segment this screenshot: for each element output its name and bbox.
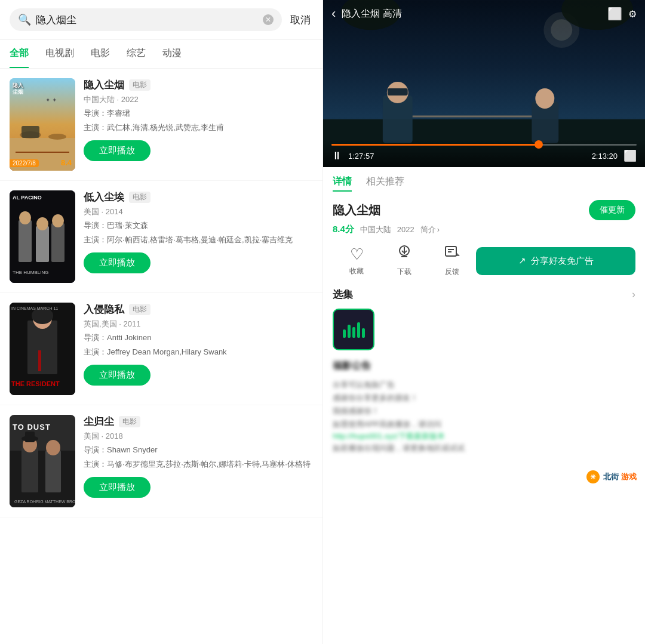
movie-type-badge: 电影 bbox=[129, 304, 150, 315]
tab-movie[interactable]: 电影 bbox=[91, 40, 110, 68]
play-button-3[interactable]: 立即播放 bbox=[84, 365, 150, 386]
movie-title-row: 低入尘埃 电影 bbox=[84, 190, 313, 204]
share-ad-label: 分享好友免广告 bbox=[531, 255, 594, 267]
movie-meta: 美国 · 2014 bbox=[84, 207, 313, 217]
share-icon: ↗ bbox=[518, 255, 526, 266]
movie-poster: THE RESIDENT IN CINEMAS MARCH 11 bbox=[10, 303, 75, 395]
list-item: THE HUMBLING AL PACINO 低入尘埃 电影 美国 · 2014… bbox=[0, 181, 322, 293]
action-feedback[interactable]: 反馈 bbox=[428, 245, 476, 277]
play-button-4[interactable]: 立即播放 bbox=[84, 477, 150, 498]
download-label: 下载 bbox=[397, 267, 411, 277]
svg-rect-30 bbox=[25, 432, 35, 442]
action-download[interactable]: 下载 bbox=[380, 245, 428, 277]
movie-director: 导演：Shawn Snyder bbox=[84, 444, 313, 456]
search-input[interactable] bbox=[36, 14, 258, 26]
svg-text:AL PACINO: AL PACINO bbox=[13, 195, 42, 201]
movie-poster: ✦ ✦ 隐入 尘烟 2022/7/8 8.4 bbox=[10, 78, 75, 171]
movie-title: 入侵隐私 bbox=[84, 303, 124, 316]
airplay-icon[interactable]: ⬜ bbox=[607, 7, 622, 21]
movie-cast: 主演：武仁林,海清,杨光锐,武赞志,李生甫 bbox=[84, 122, 313, 134]
movie-cast: 主演：马修·布罗德里克,莎拉·杰斯·帕尔,娜塔莉·卡特,马塞林·休格特 bbox=[84, 458, 313, 470]
movie-director: 导演：Antti Jokinen bbox=[84, 332, 313, 344]
share-ad-free-button[interactable]: ↗ 分享好友免广告 bbox=[476, 247, 635, 275]
svg-point-4 bbox=[48, 134, 66, 140]
results-list: ✦ ✦ 隐入 尘烟 2022/7/8 8.4 隐入尘烟 电影 中国大陆 · 20… bbox=[0, 69, 322, 644]
movie-type-badge: 电影 bbox=[129, 192, 150, 203]
progress-bar[interactable] bbox=[331, 144, 637, 146]
movie-type-badge: 电影 bbox=[129, 79, 150, 91]
back-button[interactable]: ‹ bbox=[331, 6, 336, 21]
movie-detail-meta: 8.4分 中国大陆 2022 简介 › bbox=[333, 224, 635, 235]
movie-cast: 主演：阿尔·帕西诺,格雷塔·葛韦格,曼迪·帕廷金,凯拉·塞吉维克 bbox=[84, 234, 313, 246]
settings-icon[interactable]: ⚙ bbox=[628, 8, 637, 20]
svg-text:✦ ✦: ✦ ✦ bbox=[45, 97, 57, 103]
episodes-expand-icon[interactable]: › bbox=[632, 288, 635, 301]
time-current: 1:27:57 bbox=[348, 152, 374, 161]
info-section: 福影公告 分享可以免除广告 感谢你分享更多的朋友！ 我很感谢你！ 如需使用APP… bbox=[323, 350, 645, 455]
clear-input-button[interactable]: ✕ bbox=[263, 14, 274, 25]
svg-rect-31 bbox=[45, 451, 61, 492]
info-link[interactable]: http://hupo001.xyz/下载最新版本 bbox=[333, 431, 635, 442]
svg-text:尘烟: 尘烟 bbox=[13, 89, 23, 95]
controls-row: ⏸ 1:27:57 2:13:20 ⬜ bbox=[331, 149, 637, 162]
info-title: 福影公告 bbox=[333, 360, 635, 372]
svg-rect-3 bbox=[22, 126, 39, 138]
download-icon bbox=[397, 245, 412, 264]
list-item: THE RESIDENT IN CINEMAS MARCH 11 入侵隐私 电影… bbox=[0, 293, 322, 405]
movie-cast: 主演：Jeffrey Dean Morgan,Hilary Swank bbox=[84, 346, 313, 358]
episode-thumbnail[interactable] bbox=[333, 309, 374, 350]
tab-all[interactable]: 全部 bbox=[10, 40, 29, 68]
movie-info: 入侵隐私 电影 英国,美国 · 2011 导演：Antti Jokinen 主演… bbox=[84, 303, 313, 386]
tab-anime[interactable]: 动漫 bbox=[162, 40, 182, 68]
category-tabs: 全部 电视剧 电影 综艺 动漫 bbox=[0, 40, 322, 69]
watermark-area: ☀ 北街 游戏 bbox=[323, 455, 645, 491]
video-top-icons: ⬜ ⚙ bbox=[607, 7, 637, 21]
progress-fill bbox=[331, 144, 539, 146]
action-collect[interactable]: ♡ 收藏 bbox=[333, 245, 380, 276]
play-button-1[interactable]: 立即播放 bbox=[84, 140, 150, 161]
eq-bar-1 bbox=[343, 329, 346, 338]
cancel-search-button[interactable]: 取消 bbox=[288, 13, 313, 27]
movie-info: 隐入尘烟 电影 中国大陆 · 2022 导演：李睿珺 主演：武仁林,海清,杨光锐… bbox=[84, 78, 313, 161]
fullscreen-button[interactable]: ⬜ bbox=[624, 149, 637, 162]
list-item: TO DUST GEZA ROHRIG MATTHEW BRODERICK 尘归… bbox=[0, 405, 322, 517]
movie-title: 隐入尘烟 bbox=[84, 78, 124, 92]
movie-director: 导演：李睿珺 bbox=[84, 107, 313, 119]
movie-meta: 中国大陆 · 2022 bbox=[84, 94, 313, 105]
search-input-wrap[interactable]: 🔍 ✕ bbox=[10, 8, 282, 31]
poster-art-3: THE RESIDENT IN CINEMAS MARCH 11 bbox=[10, 303, 75, 395]
movie-meta: 美国 · 2018 bbox=[84, 431, 313, 442]
feedback-label: 反馈 bbox=[445, 267, 459, 277]
info-text-2: 如若播放出现问题，请更换地区或试试 bbox=[333, 442, 635, 455]
detail-year: 2022 bbox=[397, 225, 414, 234]
tab-variety[interactable]: 综艺 bbox=[127, 40, 146, 68]
movie-title: 低入尘埃 bbox=[84, 190, 124, 204]
left-panel: 🔍 ✕ 取消 全部 电视剧 电影 综艺 动漫 bbox=[0, 0, 322, 644]
svg-text:GEZA ROHRIG  MATTHEW BRODERICK: GEZA ROHRIG MATTHEW BRODERICK bbox=[14, 500, 75, 504]
eq-bar-3 bbox=[352, 327, 355, 338]
movie-info: 尘归尘 电影 美国 · 2018 导演：Shawn Snyder 主演：马修·布… bbox=[84, 415, 313, 498]
watermark-text: 北街 游戏 bbox=[603, 472, 637, 482]
svg-rect-27 bbox=[22, 448, 38, 492]
detail-tabs: 详情 相关推荐 bbox=[333, 175, 635, 192]
movie-type-badge: 电影 bbox=[119, 416, 140, 427]
svg-point-11 bbox=[19, 211, 31, 224]
episode-bars bbox=[343, 321, 365, 338]
watermark: ☀ 北街 游戏 bbox=[586, 470, 637, 483]
poster-art-2: THE HUMBLING AL PACINO bbox=[10, 190, 75, 283]
svg-text:隐入: 隐入 bbox=[13, 82, 24, 88]
intro-link[interactable]: 简介 › bbox=[420, 224, 440, 235]
urge-update-button[interactable]: 催更新 bbox=[589, 200, 635, 220]
time-total: 2:13:20 bbox=[592, 152, 618, 161]
search-icon: 🔍 bbox=[18, 13, 31, 26]
svg-point-13 bbox=[36, 217, 48, 230]
movie-poster: TO DUST GEZA ROHRIG MATTHEW BRODERICK bbox=[10, 415, 75, 507]
info-text: 分享可以免除广告 感谢你分享更多的朋友！ 我很感谢你！ 如需使用APP高效播放，… bbox=[333, 378, 635, 431]
pause-button[interactable]: ⏸ bbox=[331, 150, 342, 162]
tab-related[interactable]: 相关推荐 bbox=[366, 175, 404, 192]
movie-director: 导演：巴瑞·莱文森 bbox=[84, 220, 313, 232]
movie-info: 低入尘埃 电影 美国 · 2014 导演：巴瑞·莱文森 主演：阿尔·帕西诺,格雷… bbox=[84, 190, 313, 273]
play-button-2[interactable]: 立即播放 bbox=[84, 252, 150, 273]
tab-detail[interactable]: 详情 bbox=[333, 175, 352, 192]
tab-tv[interactable]: 电视剧 bbox=[45, 40, 74, 68]
